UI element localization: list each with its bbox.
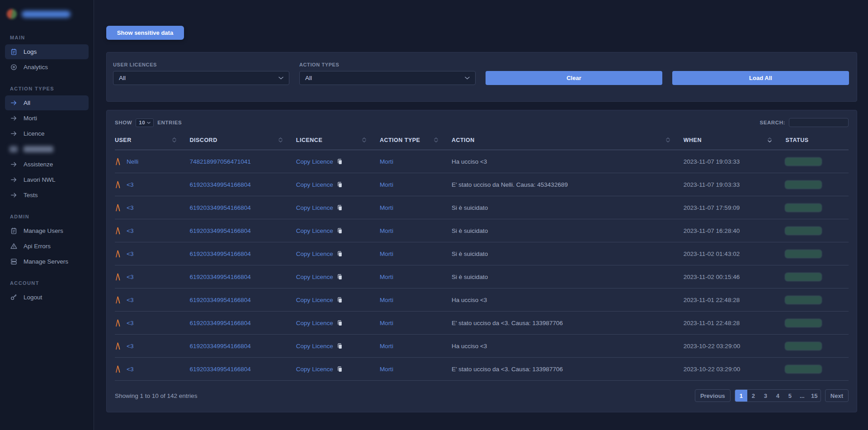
copy-licence-link[interactable]: Copy Licence [296,274,343,280]
discord-link[interactable]: 619203349954166804 [190,366,251,373]
user-link[interactable]: <3 [127,320,133,326]
discord-link[interactable]: 619203349954166804 [190,227,251,234]
column-label: ACTION [452,137,475,143]
action-type-link[interactable]: Morti [380,181,393,188]
sidebar-item-assistenze[interactable]: Assistenze [5,157,89,172]
copy-licence-link[interactable]: Copy Licence [296,250,343,257]
flame-icon [115,250,121,258]
sidebar-item-licence[interactable]: Licence [5,126,89,141]
chevron-down-icon [465,76,470,80]
sidebar-item-tests[interactable]: Tests [5,188,89,203]
next-page-button[interactable]: Next [825,389,849,402]
flame-icon [115,273,121,281]
sidebar-item-lavori-nwl[interactable]: Lavori NWL [5,172,89,187]
action-type-link[interactable]: Morti [380,343,393,350]
user-link[interactable]: <3 [127,343,133,350]
sidebar-section-label: ADMIN [0,214,94,219]
copy-licence-link[interactable]: Copy Licence [296,297,343,303]
action-types-select[interactable]: All [299,71,476,85]
show-sensitive-data-button[interactable]: Show sensitive data [106,26,184,40]
page-button-5[interactable]: 5 [784,390,796,402]
copy-licence-link[interactable]: Copy Licence [296,158,343,165]
user-link[interactable]: <3 [127,250,133,257]
discord-link[interactable]: 619203349954166804 [190,343,251,350]
copy-licence-link[interactable]: Copy Licence [296,204,343,211]
action-type-link[interactable]: Morti [380,366,393,373]
sidebar-item-logs[interactable]: Logs [5,44,89,59]
when-text: 2023-11-07 19:03:33 [684,181,740,188]
action-type-link[interactable]: Morti [380,227,393,234]
status-badge [785,296,821,304]
discord-link[interactable]: 619203349954166804 [190,297,251,303]
column-header-discord[interactable]: DISCORD [190,134,296,150]
discord-link[interactable]: 619203349954166804 [190,320,251,326]
sidebar: MAINLogsAnalyticsACTION TYPESAllMortiLic… [0,0,94,430]
sidebar-item-label: Logout [24,294,42,301]
sidebar-item-label: Manage Users [24,227,63,234]
user-link[interactable]: <3 [127,227,133,234]
user-link[interactable]: <3 [127,366,133,373]
discord-link[interactable]: 619203349954166804 [190,274,251,280]
action-type-link[interactable]: Morti [380,158,393,165]
column-header-user[interactable]: USER [115,134,190,150]
user-link[interactable]: <3 [127,181,133,188]
status-badge [785,181,821,189]
status-badge [785,342,821,350]
action-type-link[interactable]: Morti [380,274,393,280]
page-size-value: 10 [139,120,145,125]
sidebar-item-redacted[interactable] [5,142,89,156]
sidebar-item-label: Logs [24,48,37,55]
action-text: Si è suicidato [452,204,488,211]
sidebar-item-all[interactable]: All [5,95,89,110]
column-header-action[interactable]: ACTION [452,134,684,150]
status-badge [785,204,821,212]
page-button-4[interactable]: 4 [772,390,784,402]
discord-link[interactable]: 748218997056471041 [190,158,251,165]
copy-licence-link[interactable]: Copy Licence [296,227,343,234]
sidebar-item-morti[interactable]: Morti [5,111,89,126]
user-link[interactable]: <3 [127,274,133,280]
previous-page-button[interactable]: Previous [695,389,731,402]
action-type-link[interactable]: Morti [380,250,393,257]
search-input[interactable] [789,118,849,127]
discord-link[interactable]: 619203349954166804 [190,250,251,257]
action-type-link[interactable]: Morti [380,297,393,303]
user-licences-value: All [119,75,126,81]
user-link[interactable]: <3 [127,204,133,211]
flame-icon [115,181,121,189]
user-link[interactable]: <3 [127,297,133,303]
page-button-3[interactable]: 3 [760,390,772,402]
action-text: Ha ucciso <3 [452,158,487,165]
page-button-...[interactable]: ... [796,390,808,402]
action-text: Ha ucciso <3 [452,343,487,350]
sidebar-item-analytics[interactable]: Analytics [5,60,89,75]
sidebar-item-manage-servers[interactable]: Manage Servers [5,254,89,269]
clear-button[interactable]: Clear [486,71,662,85]
table-row: <3619203349954166804Copy LicenceMortiHa … [115,288,849,312]
copy-licence-link[interactable]: Copy Licence [296,343,343,350]
page-button-2[interactable]: 2 [747,390,760,402]
flame-icon [115,365,121,373]
action-type-link[interactable]: Morti [380,320,393,326]
clipboard-icon [9,48,18,56]
column-header-licence[interactable]: LICENCE [296,134,380,150]
page-button-15[interactable]: 15 [808,390,821,402]
user-link[interactable]: Nelli [127,158,138,165]
action-type-link[interactable]: Morti [380,204,393,211]
sidebar-item-logout[interactable]: Logout [5,290,89,305]
discord-link[interactable]: 619203349954166804 [190,204,251,211]
copy-licence-link[interactable]: Copy Licence [296,181,343,188]
discord-link[interactable]: 619203349954166804 [190,181,251,188]
column-header-action-type[interactable]: ACTION TYPE [380,134,452,150]
user-licences-select[interactable]: All [113,71,289,85]
load-all-button[interactable]: Load All [672,71,849,85]
page-button-1[interactable]: 1 [735,390,747,402]
filter-panel: USER LICENCES All ACTION TYPES All [106,52,857,102]
page-size-select[interactable]: 10 [136,118,154,127]
sidebar-item-api-errors[interactable]: Api Errors [5,239,89,254]
sidebar-item-manage-users[interactable]: Manage Users [5,223,89,238]
column-header-when[interactable]: WHEN [684,134,786,150]
copy-licence-link[interactable]: Copy Licence [296,320,343,326]
table-row: <3619203349954166804Copy LicenceMortiSi … [115,265,849,288]
copy-licence-link[interactable]: Copy Licence [296,366,343,373]
